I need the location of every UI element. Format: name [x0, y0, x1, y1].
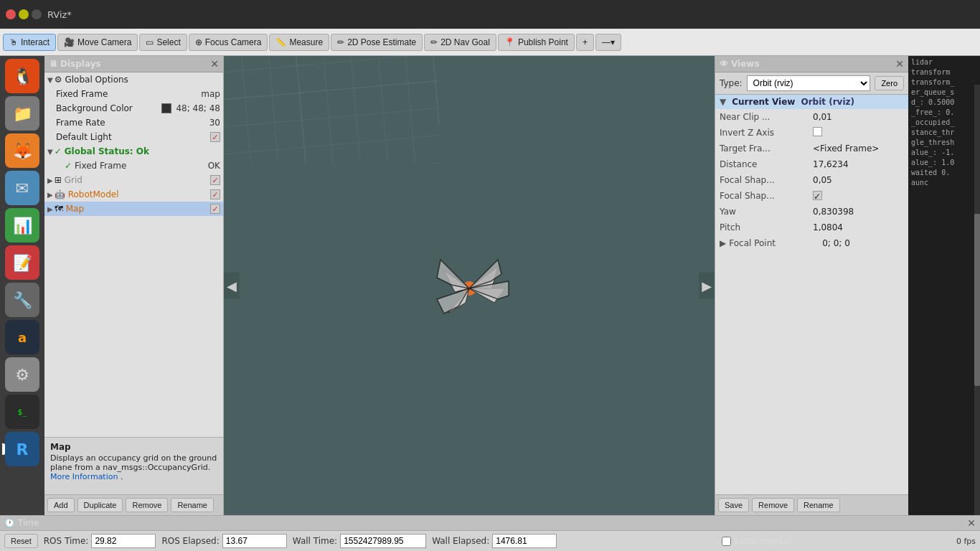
displays-close-button[interactable]: ✕: [210, 58, 219, 70]
terminal-scrollbar-thumb[interactable]: [974, 214, 980, 386]
amazon-icon[interactable]: a: [5, 320, 39, 354]
focus-camera-button[interactable]: ⊕ Focus Camera: [189, 34, 268, 51]
wall-time-input[interactable]: [340, 534, 426, 548]
near-clip-row[interactable]: Near Clip ... 0,01: [715, 109, 908, 125]
reset-button[interactable]: Reset: [4, 534, 38, 548]
terminal-line-1: lidar: [911, 57, 977, 67]
ros-time-input[interactable]: [91, 534, 156, 548]
publish-point-button[interactable]: 📍 Publish Point: [498, 34, 575, 51]
close-button[interactable]: [6, 9, 16, 19]
focal-shape1-value: 0,05: [813, 175, 904, 185]
move-camera-button[interactable]: 🎥 Move Camera: [57, 34, 138, 51]
viewport-left-arrow[interactable]: ◀: [224, 273, 240, 299]
global-status-item[interactable]: ▼ ✓ Global Status: Ok: [44, 144, 223, 159]
terminal-panel: lidar transform transform_ er_queue_s d_…: [908, 56, 980, 515]
grid-item[interactable]: ▶ ⊞ Grid ✓: [44, 173, 223, 187]
background-color-row[interactable]: Background Color 48; 48; 48: [44, 101, 223, 116]
target-frame-row[interactable]: Target Fra... <Fixed Frame>: [715, 141, 908, 156]
pitch-label: Pitch: [720, 222, 813, 232]
robot-model-icon: 🤖: [55, 189, 65, 199]
global-status-fixed-frame-row[interactable]: ✓ Fixed Frame OK: [44, 159, 223, 173]
wall-elapsed-input[interactable]: [492, 534, 557, 548]
minimize-button[interactable]: [19, 9, 29, 19]
files-icon[interactable]: 📁: [5, 96, 39, 131]
current-view-header[interactable]: ▼ Current View Orbit (rviz): [715, 95, 908, 109]
global-status-label: Global Status: Ok: [65, 146, 220, 156]
focal-point-expand: ▶: [720, 238, 726, 248]
map-item[interactable]: ▶ 🗺 Map ✓: [44, 202, 223, 216]
terminal-scrollbar[interactable]: [974, 85, 980, 515]
pitch-value: 1,0804: [813, 222, 904, 232]
browser-icon[interactable]: 🦊: [5, 133, 39, 168]
views-remove-button[interactable]: Remove: [752, 498, 794, 512]
select-label: Select: [156, 37, 180, 47]
duplicate-button[interactable]: Duplicate: [77, 498, 123, 512]
add-button[interactable]: Add: [47, 498, 75, 512]
robot-model-item[interactable]: ▶ 🤖 RobotModel ✓: [44, 187, 223, 202]
default-light-check[interactable]: ✓: [210, 132, 220, 142]
writer-icon[interactable]: 📝: [5, 245, 39, 280]
type-select[interactable]: Orbit (rviz): [747, 75, 871, 91]
toolbar: 🖱 Interact 🎥 Move Camera ▭ Select ⊕ Focu…: [0, 29, 980, 56]
frame-rate-row[interactable]: Frame Rate 30: [44, 116, 223, 130]
fixed-frame-row[interactable]: Fixed Frame map: [44, 87, 223, 101]
distance-row[interactable]: Distance 17,6234: [715, 156, 908, 172]
global-options-icon: ⚙: [55, 75, 62, 85]
robot-model-check[interactable]: ✓: [210, 189, 220, 199]
calc-icon[interactable]: 📊: [5, 208, 39, 242]
add-toolbar-button[interactable]: +: [576, 34, 594, 51]
global-options-item[interactable]: ▼ ⚙ Global Options: [44, 72, 223, 87]
default-light-row[interactable]: Default Light ✓: [44, 130, 223, 144]
focal-shape1-label: Focal Shap...: [720, 175, 813, 185]
viewport[interactable]: ◀ ▶: [224, 56, 715, 515]
maximize-button[interactable]: [32, 9, 42, 19]
pose-estimate-button[interactable]: ✏ 2D Pose Estimate: [331, 34, 423, 51]
rviz-icon[interactable]: R: [5, 432, 39, 466]
window-controls[interactable]: [6, 9, 42, 19]
viewport-right-arrow[interactable]: ▶: [699, 273, 715, 299]
email-icon[interactable]: ✉: [5, 171, 39, 205]
terminal-line-10: alue_: -1.: [911, 148, 977, 158]
terminal-content: lidar transform transform_ er_queue_s d_…: [911, 57, 977, 188]
invert-z-row[interactable]: Invert Z Axis: [715, 125, 908, 141]
yaw-row[interactable]: Yaw 0,830398: [715, 204, 908, 220]
more-info-link[interactable]: More Information: [50, 472, 118, 481]
invert-z-check[interactable]: [813, 127, 822, 136]
grid-check[interactable]: ✓: [210, 175, 220, 185]
zero-button[interactable]: Zero: [875, 76, 904, 90]
views-save-button[interactable]: Save: [718, 498, 749, 512]
ubuntu-icon[interactable]: 🐧: [5, 59, 39, 93]
focal-shape2-row[interactable]: Focal Shap... ✓: [715, 188, 908, 204]
rename-button[interactable]: Rename: [171, 498, 214, 512]
views-close-button[interactable]: ✕: [895, 58, 904, 70]
global-options-label: Global Options: [65, 75, 220, 85]
focal-point-row[interactable]: ▶ Focal Point 0; 0; 0: [715, 235, 908, 251]
terminal-line-11: alue_: 1.0: [911, 158, 977, 168]
pitch-row[interactable]: Pitch 1,0804: [715, 220, 908, 235]
interact-button[interactable]: 🖱 Interact: [3, 34, 56, 51]
timebar-close-button[interactable]: ✕: [967, 517, 976, 529]
settings-icon[interactable]: ⚙: [5, 357, 39, 392]
experimental-checkbox[interactable]: [722, 537, 731, 546]
focal-shape1-row[interactable]: Focal Shap... 0,05: [715, 172, 908, 188]
toolbar-menu-button[interactable]: —▾: [595, 34, 621, 51]
tools-icon[interactable]: 🔧: [5, 283, 39, 317]
target-frame-label: Target Fra...: [720, 143, 813, 154]
remove-button[interactable]: Remove: [126, 498, 168, 512]
near-clip-value: 0,01: [813, 112, 904, 122]
nav-goal-button[interactable]: ✏ 2D Nav Goal: [424, 34, 496, 51]
yaw-label: Yaw: [720, 207, 813, 217]
views-rename-button[interactable]: Rename: [797, 498, 840, 512]
map-check[interactable]: ✓: [210, 204, 220, 214]
select-button[interactable]: ▭ Select: [139, 34, 187, 51]
grid-arrow: ▶: [47, 176, 53, 184]
focal-shape2-check[interactable]: ✓: [813, 191, 822, 200]
ros-elapsed-input[interactable]: [222, 534, 287, 548]
pose-estimate-icon: ✏: [337, 37, 344, 47]
views-panel-icon: 👁: [720, 59, 728, 69]
measure-button[interactable]: 📏 Measure: [269, 34, 329, 51]
target-frame-value: <Fixed Frame>: [813, 143, 904, 154]
pose-estimate-label: 2D Pose Estimate: [347, 37, 416, 47]
terminal-icon[interactable]: $_: [5, 395, 39, 429]
robot-wing-3: [437, 260, 469, 288]
